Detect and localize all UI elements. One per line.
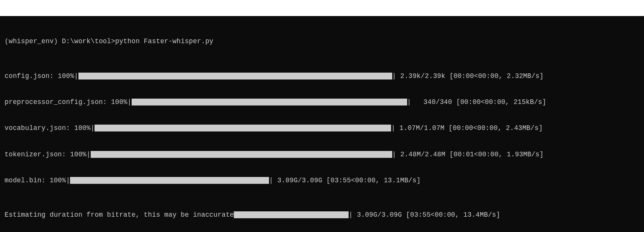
download-row: config.json: 100%|| 2.39k/2.39k [00:00<0… [5,72,639,81]
download-label: config.json: 100%| [5,72,78,80]
estimate-stats: | 3.09G/3.09G [03:55<00:00, 13.4MB/s] [349,211,500,219]
venv-prefix: (whisper_env) [5,37,62,45]
download-row: vocabulary.json: 100%|| 1.07M/1.07M [00:… [5,124,639,133]
progress-bar [234,211,349,218]
download-label: vocabulary.json: 100%| [5,124,95,132]
progress-bar [70,177,269,184]
download-stats: | 1.07M/1.07M [00:00<00:00, 2.43MB/s] [391,124,543,132]
download-label: model.bin: 100%| [5,177,70,184]
progress-bar [95,125,391,131]
progress-bar [132,99,407,105]
progress-bar [91,151,392,158]
download-row: model.bin: 100%|| 3.09G/3.09G [03:55<00:… [5,176,639,185]
prompt-line: (whisper_env) D:\work\tool>python Faster… [5,37,639,46]
download-label: tokenizer.json: 100%| [5,151,91,158]
terminal-window: (whisper_env) D:\work\tool>python Faster… [0,16,644,232]
cwd-path: D:\work\tool> [62,37,115,45]
command-text: python Faster-whisper.py [115,37,214,45]
download-stats: | 2.48M/2.48M [00:01<00:00, 1.93MB/s] [392,151,544,158]
download-stats: | 2.39k/2.39k [00:00<00:00, 2.32MB/s] [392,72,544,80]
download-row: tokenizer.json: 100%|| 2.48M/2.48M [00:0… [5,150,639,159]
download-row: preprocessor_config.json: 100%|| 340/340… [5,98,639,107]
download-stats: | 3.09G/3.09G [03:55<00:00, 13.1MB/s] [269,177,421,184]
progress-bar [78,73,392,79]
download-stats: | 340/340 [00:00<00:00, 215kB/s] [407,98,546,106]
download-label: preprocessor_config.json: 100%| [5,98,132,106]
estimate-row: Estimating duration from bitrate, this m… [5,211,639,219]
estimate-text: Estimating duration from bitrate, this m… [5,211,234,219]
